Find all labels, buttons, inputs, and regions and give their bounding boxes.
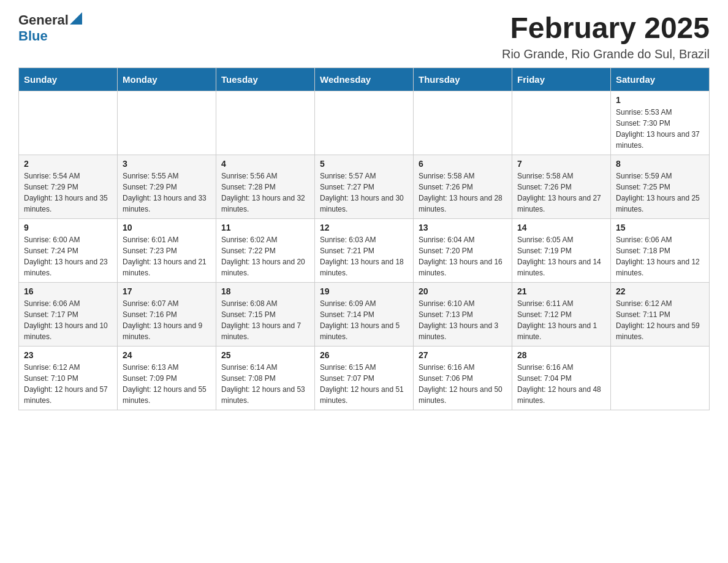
- calendar-cell: 8Sunrise: 5:59 AMSunset: 7:25 PMDaylight…: [611, 155, 710, 218]
- day-number: 5: [320, 159, 408, 169]
- day-number: 24: [123, 350, 211, 360]
- day-number: 26: [320, 350, 408, 360]
- calendar-cell: 11Sunrise: 6:02 AMSunset: 7:22 PMDayligh…: [216, 218, 315, 282]
- calendar-cell: [19, 91, 118, 155]
- day-info: Sunrise: 5:58 AMSunset: 7:26 PMDaylight:…: [419, 170, 507, 215]
- day-number: 17: [123, 286, 211, 296]
- calendar-cell: [611, 346, 710, 410]
- calendar-week-row: 9Sunrise: 6:00 AMSunset: 7:24 PMDaylight…: [19, 218, 710, 282]
- day-number: 1: [616, 95, 704, 105]
- day-info: Sunrise: 6:14 AMSunset: 7:08 PMDaylight:…: [221, 362, 309, 406]
- calendar-cell: [414, 91, 512, 155]
- day-number: 16: [24, 286, 112, 296]
- day-info: Sunrise: 6:05 AMSunset: 7:19 PMDaylight:…: [517, 234, 605, 278]
- day-number: 25: [221, 350, 309, 360]
- calendar-cell: [512, 91, 611, 155]
- calendar-cell: 18Sunrise: 6:08 AMSunset: 7:15 PMDayligh…: [216, 282, 315, 346]
- calendar-cell: 6Sunrise: 5:58 AMSunset: 7:26 PMDaylight…: [414, 155, 512, 218]
- calendar-cell: 22Sunrise: 6:12 AMSunset: 7:11 PMDayligh…: [611, 282, 710, 346]
- day-info: Sunrise: 6:13 AMSunset: 7:09 PMDaylight:…: [123, 362, 211, 406]
- day-number: 23: [24, 350, 112, 360]
- calendar-cell: 23Sunrise: 6:12 AMSunset: 7:10 PMDayligh…: [19, 346, 118, 410]
- calendar-cell: 10Sunrise: 6:01 AMSunset: 7:23 PMDayligh…: [118, 218, 216, 282]
- logo-triangle-icon: [70, 12, 82, 25]
- calendar-cell: 12Sunrise: 6:03 AMSunset: 7:21 PMDayligh…: [315, 218, 414, 282]
- day-number: 7: [517, 159, 605, 169]
- day-number: 10: [123, 223, 211, 232]
- day-number: 13: [419, 223, 507, 232]
- day-number: 20: [419, 286, 507, 296]
- calendar-table: SundayMondayTuesdayWednesdayThursdayFrid…: [18, 67, 710, 410]
- logo-text-general: General: [18, 12, 69, 28]
- calendar-cell: 26Sunrise: 6:15 AMSunset: 7:07 PMDayligh…: [315, 346, 414, 410]
- day-info: Sunrise: 6:11 AMSunset: 7:12 PMDaylight:…: [517, 298, 605, 342]
- calendar-header-row: SundayMondayTuesdayWednesdayThursdayFrid…: [19, 67, 710, 91]
- calendar-cell: 17Sunrise: 6:07 AMSunset: 7:16 PMDayligh…: [118, 282, 216, 346]
- day-number: 4: [221, 159, 309, 169]
- calendar-cell: 7Sunrise: 5:58 AMSunset: 7:26 PMDaylight…: [512, 155, 611, 218]
- calendar-cell: 16Sunrise: 6:06 AMSunset: 7:17 PMDayligh…: [19, 282, 118, 346]
- column-header-saturday: Saturday: [611, 67, 710, 91]
- calendar-cell: 24Sunrise: 6:13 AMSunset: 7:09 PMDayligh…: [118, 346, 216, 410]
- day-info: Sunrise: 6:10 AMSunset: 7:13 PMDaylight:…: [419, 298, 507, 342]
- day-info: Sunrise: 6:16 AMSunset: 7:04 PMDaylight:…: [517, 362, 605, 406]
- day-info: Sunrise: 5:59 AMSunset: 7:25 PMDaylight:…: [616, 170, 704, 215]
- page-header: General Blue February 2025 Rio Grande, R…: [18, 12, 710, 61]
- day-info: Sunrise: 6:06 AMSunset: 7:18 PMDaylight:…: [616, 234, 704, 278]
- svg-marker-0: [70, 12, 82, 25]
- day-number: 21: [517, 286, 605, 296]
- calendar-cell: 13Sunrise: 6:04 AMSunset: 7:20 PMDayligh…: [414, 218, 512, 282]
- day-number: 15: [616, 223, 704, 232]
- day-info: Sunrise: 5:58 AMSunset: 7:26 PMDaylight:…: [517, 170, 605, 215]
- column-header-wednesday: Wednesday: [315, 67, 414, 91]
- day-number: 28: [517, 350, 605, 360]
- day-number: 9: [24, 223, 112, 232]
- calendar-week-row: 1Sunrise: 5:53 AMSunset: 7:30 PMDaylight…: [19, 91, 710, 155]
- day-number: 27: [419, 350, 507, 360]
- logo: General Blue: [18, 12, 82, 44]
- day-info: Sunrise: 6:12 AMSunset: 7:10 PMDaylight:…: [24, 362, 112, 406]
- day-number: 6: [419, 159, 507, 169]
- calendar-cell: 27Sunrise: 6:16 AMSunset: 7:06 PMDayligh…: [414, 346, 512, 410]
- day-number: 12: [320, 223, 408, 232]
- day-info: Sunrise: 5:54 AMSunset: 7:29 PMDaylight:…: [24, 170, 112, 215]
- column-header-monday: Monday: [118, 67, 216, 91]
- calendar-cell: 15Sunrise: 6:06 AMSunset: 7:18 PMDayligh…: [611, 218, 710, 282]
- calendar-cell: 9Sunrise: 6:00 AMSunset: 7:24 PMDaylight…: [19, 218, 118, 282]
- calendar-week-row: 23Sunrise: 6:12 AMSunset: 7:10 PMDayligh…: [19, 346, 710, 410]
- day-info: Sunrise: 6:15 AMSunset: 7:07 PMDaylight:…: [320, 362, 408, 406]
- calendar-cell: 19Sunrise: 6:09 AMSunset: 7:14 PMDayligh…: [315, 282, 414, 346]
- column-header-friday: Friday: [512, 67, 611, 91]
- calendar-cell: 2Sunrise: 5:54 AMSunset: 7:29 PMDaylight…: [19, 155, 118, 218]
- day-info: Sunrise: 6:09 AMSunset: 7:14 PMDaylight:…: [320, 298, 408, 342]
- calendar-cell: 25Sunrise: 6:14 AMSunset: 7:08 PMDayligh…: [216, 346, 315, 410]
- column-header-sunday: Sunday: [19, 67, 118, 91]
- day-info: Sunrise: 5:57 AMSunset: 7:27 PMDaylight:…: [320, 170, 408, 215]
- day-info: Sunrise: 6:12 AMSunset: 7:11 PMDaylight:…: [616, 298, 704, 342]
- calendar-cell: 21Sunrise: 6:11 AMSunset: 7:12 PMDayligh…: [512, 282, 611, 346]
- calendar-cell: 5Sunrise: 5:57 AMSunset: 7:27 PMDaylight…: [315, 155, 414, 218]
- calendar-cell: 20Sunrise: 6:10 AMSunset: 7:13 PMDayligh…: [414, 282, 512, 346]
- day-info: Sunrise: 5:55 AMSunset: 7:29 PMDaylight:…: [123, 170, 211, 215]
- day-info: Sunrise: 6:08 AMSunset: 7:15 PMDaylight:…: [221, 298, 309, 342]
- day-number: 22: [616, 286, 704, 296]
- day-number: 14: [517, 223, 605, 232]
- logo-text-blue: Blue: [18, 28, 48, 44]
- day-info: Sunrise: 6:03 AMSunset: 7:21 PMDaylight:…: [320, 234, 408, 278]
- page-subtitle: Rio Grande, Rio Grande do Sul, Brazil: [502, 47, 710, 61]
- calendar-cell: 4Sunrise: 5:56 AMSunset: 7:28 PMDaylight…: [216, 155, 315, 218]
- title-section: February 2025 Rio Grande, Rio Grande do …: [502, 12, 710, 61]
- day-number: 8: [616, 159, 704, 169]
- day-number: 19: [320, 286, 408, 296]
- day-number: 3: [123, 159, 211, 169]
- day-info: Sunrise: 6:06 AMSunset: 7:17 PMDaylight:…: [24, 298, 112, 342]
- day-info: Sunrise: 5:56 AMSunset: 7:28 PMDaylight:…: [221, 170, 309, 215]
- day-info: Sunrise: 6:04 AMSunset: 7:20 PMDaylight:…: [419, 234, 507, 278]
- day-number: 2: [24, 159, 112, 169]
- day-info: Sunrise: 6:07 AMSunset: 7:16 PMDaylight:…: [123, 298, 211, 342]
- calendar-week-row: 16Sunrise: 6:06 AMSunset: 7:17 PMDayligh…: [19, 282, 710, 346]
- day-info: Sunrise: 6:01 AMSunset: 7:23 PMDaylight:…: [123, 234, 211, 278]
- day-info: Sunrise: 6:00 AMSunset: 7:24 PMDaylight:…: [24, 234, 112, 278]
- calendar-cell: 1Sunrise: 5:53 AMSunset: 7:30 PMDaylight…: [611, 91, 710, 155]
- calendar-cell: [216, 91, 315, 155]
